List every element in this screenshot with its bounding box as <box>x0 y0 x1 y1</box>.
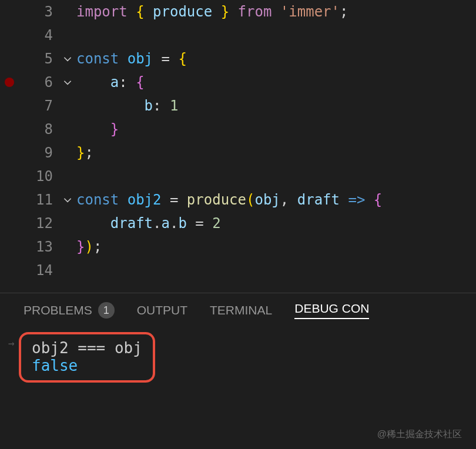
line-number: 10 <box>0 168 59 185</box>
code-line[interactable]: 13 }); <box>0 235 476 259</box>
code-content: a: { <box>76 74 145 91</box>
code-line[interactable]: 5 const obj = { <box>0 47 476 71</box>
problems-badge: 1 <box>98 302 115 319</box>
panel-tabs: PROBLEMS 1 OUTPUT TERMINAL DEBUG CON <box>0 293 476 325</box>
line-number: 12 <box>0 215 59 232</box>
code-content: b: 1 <box>76 98 178 114</box>
code-content: const obj2 = produce(obj, draft => { <box>76 192 382 208</box>
code-content: }; <box>76 145 93 161</box>
tab-label: DEBUG CON <box>294 301 369 316</box>
line-number: 14 <box>0 262 59 279</box>
code-content: import { produce } from 'immer'; <box>76 4 348 20</box>
watermark: @稀土掘金技术社区 <box>377 428 462 441</box>
tab-label: PROBLEMS <box>24 303 92 317</box>
line-number: 7 <box>0 98 59 114</box>
prompt-icon: → <box>8 337 15 349</box>
code-line[interactable]: 3 import { produce } from 'immer'; <box>0 0 476 24</box>
console-result: false <box>32 357 142 374</box>
code-line[interactable]: 6 a: { <box>0 71 476 94</box>
code-line[interactable]: 7 b: 1 <box>0 94 476 118</box>
debug-console[interactable]: → obj2 === obj false <box>0 325 476 390</box>
code-line[interactable]: 14 <box>0 259 476 282</box>
highlight-box: obj2 === obj false <box>19 332 155 383</box>
console-expression: obj2 === obj <box>32 339 142 357</box>
tab-label: TERMINAL <box>210 303 272 317</box>
tab-terminal[interactable]: TERMINAL <box>210 303 272 317</box>
line-number: 5 <box>0 51 59 67</box>
line-number: 8 <box>0 121 59 138</box>
line-number: 4 <box>0 27 59 43</box>
tab-output[interactable]: OUTPUT <box>137 303 187 317</box>
tab-problems[interactable]: PROBLEMS 1 <box>24 302 115 319</box>
code-content: }); <box>76 239 102 255</box>
chevron-down-icon[interactable] <box>59 53 76 64</box>
code-editor[interactable]: 3 import { produce } from 'immer'; 4 5 c… <box>0 0 476 282</box>
line-number: 3 <box>0 4 59 20</box>
code-line[interactable]: 11 const obj2 = produce(obj, draft => { <box>0 188 476 212</box>
code-line[interactable]: 8 } <box>0 118 476 141</box>
chevron-down-icon[interactable] <box>59 77 76 88</box>
line-number: 11 <box>0 192 59 208</box>
code-line[interactable]: 12 draft.a.b = 2 <box>0 212 476 235</box>
breakpoint-icon[interactable] <box>5 78 14 87</box>
line-number: 13 <box>0 239 59 255</box>
code-content: } <box>76 121 119 138</box>
code-content: const obj = { <box>76 51 187 67</box>
code-line[interactable]: 9 }; <box>0 141 476 165</box>
line-number: 9 <box>0 145 59 161</box>
line-number: 6 <box>0 74 59 91</box>
code-content: draft.a.b = 2 <box>76 215 221 232</box>
code-line[interactable]: 4 <box>0 24 476 47</box>
tab-debug-console[interactable]: DEBUG CON <box>294 301 369 319</box>
tab-label: OUTPUT <box>137 303 187 317</box>
chevron-down-icon[interactable] <box>59 195 76 205</box>
code-line[interactable]: 10 <box>0 165 476 188</box>
